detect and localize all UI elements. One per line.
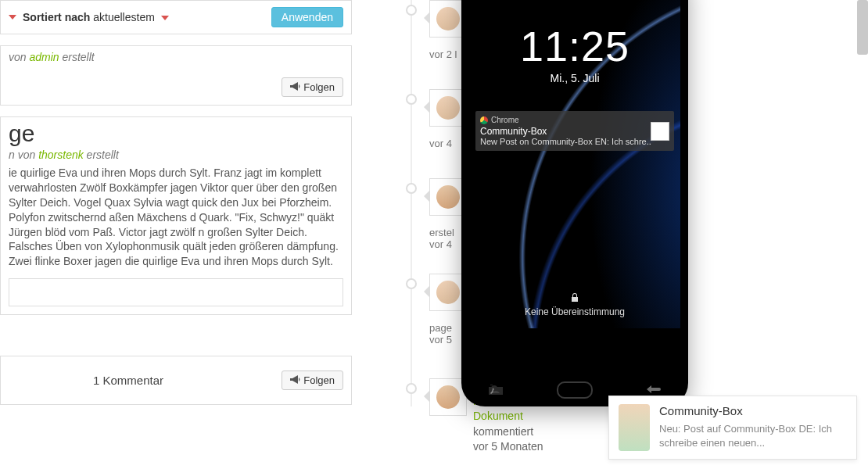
lock-icon bbox=[469, 293, 680, 305]
post-meta: n von thorstenk erstellt bbox=[9, 149, 343, 161]
notif-title: Community-Box bbox=[480, 126, 669, 137]
feed-time: vor 5 bbox=[429, 334, 452, 345]
lockscreen-date: Mi., 5. Juli bbox=[469, 72, 680, 84]
follow-button[interactable]: Folgen bbox=[282, 371, 343, 390]
notif-app: Chrome bbox=[491, 116, 519, 124]
phone-screen: Vodafone.de 📶 ✶ ▴ ▮ 90% ▮ 11:25 Mi., 5. … bbox=[469, 0, 680, 328]
notif-avatar bbox=[651, 122, 669, 141]
post-panel-1: von admin erstellt Folgen bbox=[0, 45, 352, 106]
feed-time: vor 4 bbox=[429, 238, 454, 250]
chrome-icon bbox=[480, 116, 488, 124]
post-panel-2: ge n von thorstenk erstellt ie quirlige … bbox=[0, 116, 352, 315]
sort-label[interactable]: Sortiert nach aktuellestem bbox=[23, 11, 175, 23]
sort-label-value: aktuellestem bbox=[93, 11, 155, 23]
scrollbar-thumb[interactable] bbox=[857, 0, 868, 55]
avatar bbox=[436, 385, 460, 409]
megaphone-icon bbox=[290, 374, 300, 386]
lock-text: Keine Übereinstimmung bbox=[525, 306, 625, 317]
meta-prefix: von bbox=[9, 51, 29, 63]
feed-time: vor 5 Monaten bbox=[473, 440, 543, 453]
lockscreen-notification[interactable]: Chrome Community-Box New Post on Communi… bbox=[475, 111, 674, 151]
toast-avatar bbox=[619, 404, 650, 451]
caret-down-icon[interactable] bbox=[9, 15, 16, 20]
toast-body: Neu: Post auf Community-Box DE: Ich schr… bbox=[659, 422, 847, 449]
lockscreen-clock: 11:25 bbox=[469, 22, 680, 70]
feed-time: vor 2 l bbox=[429, 48, 457, 60]
feed-lines: erstel vor 4 bbox=[429, 227, 454, 250]
meta-suffix: erstellt bbox=[84, 149, 119, 161]
desktop-toast[interactable]: Community-Box Neu: Post auf Community-Bo… bbox=[608, 396, 857, 460]
caret-down-icon bbox=[161, 16, 169, 20]
left-column: Sortiert nach aktuellestem Anwenden von … bbox=[0, 0, 352, 416]
sort-panel: Sortiert nach aktuellestem Anwenden bbox=[0, 0, 352, 34]
post-body: ie quirlige Eva und ihren Mops durch Syl… bbox=[9, 166, 343, 269]
feed-verb: page bbox=[429, 322, 452, 334]
megaphone-icon bbox=[290, 81, 300, 93]
avatar bbox=[436, 7, 460, 30]
notif-header: Chrome bbox=[480, 116, 669, 124]
feed-verb: erstel bbox=[429, 227, 454, 238]
toast-title: Community-Box bbox=[659, 404, 847, 417]
timeline-dot bbox=[406, 5, 417, 16]
phone-home-button bbox=[557, 381, 593, 399]
phone-mockup: Vodafone.de 📶 ✶ ▴ ▮ 90% ▮ 11:25 Mi., 5. … bbox=[461, 0, 688, 406]
comment-input[interactable] bbox=[9, 278, 343, 306]
follow-row: Folgen bbox=[1, 63, 351, 105]
follow-button[interactable]: Folgen bbox=[282, 77, 343, 97]
feed-link[interactable]: Dokument bbox=[473, 410, 523, 422]
toast-text: Community-Box Neu: Post auf Community-Bo… bbox=[659, 404, 847, 451]
timeline-dot bbox=[406, 94, 417, 105]
lock-message: Keine Übereinstimmung bbox=[469, 293, 680, 317]
follow-label: Folgen bbox=[303, 374, 335, 386]
avatar bbox=[436, 185, 460, 209]
timeline-dot bbox=[406, 183, 417, 194]
timeline-dot bbox=[406, 383, 417, 394]
timeline-dot bbox=[406, 278, 417, 289]
avatar bbox=[436, 281, 460, 304]
meta-prefix: n von bbox=[9, 149, 38, 161]
comment-count: 1 Kommentar bbox=[93, 374, 163, 387]
post-title: ge bbox=[9, 122, 343, 145]
avatar bbox=[436, 96, 460, 120]
post-author[interactable]: admin bbox=[29, 51, 59, 63]
feed-lines: page vor 5 bbox=[429, 322, 452, 345]
feed-verb: kommentiert bbox=[473, 425, 533, 438]
feed-time: vor 4 bbox=[429, 138, 452, 149]
post-author[interactable]: thorstenk bbox=[38, 149, 84, 161]
timeline-line bbox=[411, 0, 412, 406]
notif-body: New Post on Community-Box EN: Ich schre.… bbox=[480, 137, 669, 146]
sort-label-prefix: Sortiert nach bbox=[23, 11, 90, 23]
apply-button[interactable]: Anwenden bbox=[271, 7, 343, 27]
follow-label: Folgen bbox=[303, 81, 335, 93]
phone-recent-icon bbox=[489, 384, 503, 397]
meta-suffix: erstellt bbox=[59, 51, 95, 63]
post-meta: von admin erstellt bbox=[1, 46, 351, 63]
footer-panel: 1 Kommentar Folgen bbox=[0, 356, 352, 405]
phone-back-icon bbox=[647, 384, 661, 396]
